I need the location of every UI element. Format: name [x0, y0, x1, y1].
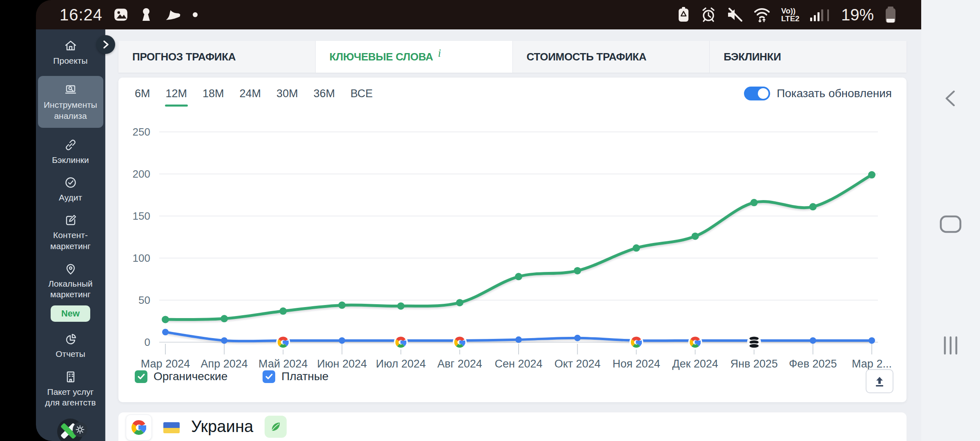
- network-type-label: Vo)) LTE2: [781, 7, 800, 22]
- organic-point[interactable]: [397, 302, 405, 310]
- link-icon: [63, 138, 78, 152]
- range-24m[interactable]: 24M: [240, 87, 261, 105]
- sidebar-item-local-marketing[interactable]: Локальный маркетингNew: [40, 261, 102, 322]
- sidebar-item-agency-services[interactable]: Пакет услуг для агентств: [40, 370, 102, 408]
- checkbox-checked-icon[interactable]: [263, 370, 275, 383]
- range-6m[interactable]: 6M: [135, 87, 150, 105]
- sidebar-item-label: Проекты: [53, 56, 87, 66]
- info-icon[interactable]: i: [438, 47, 441, 60]
- paid-point[interactable]: [221, 337, 227, 344]
- x-axis-label: Май 2024: [258, 358, 307, 370]
- settings-gear-icon[interactable]: [73, 422, 87, 437]
- sidebar-item-analysis-tools[interactable]: Инструменты анализа: [38, 76, 103, 128]
- tab-traffic-forecast[interactable]: ПРОГНОЗ ТРАФИКА: [118, 41, 316, 73]
- chart-legend: ОрганическиеПлатные: [135, 370, 329, 383]
- organic-point[interactable]: [456, 299, 463, 306]
- y-axis-label: 100: [133, 252, 150, 264]
- recents-icon[interactable]: [941, 336, 960, 357]
- x-axis-label: Мар 2...: [852, 358, 892, 370]
- sidebar-item-audit[interactable]: Аудит: [40, 175, 102, 203]
- google-icon[interactable]: [279, 339, 289, 346]
- chevron-right-icon: [102, 40, 110, 49]
- paid-point[interactable]: [339, 337, 345, 344]
- status-bar: 16:24 Vo)) LTE2: [36, 0, 921, 29]
- leaf-icon: [269, 420, 283, 434]
- time-range-selector: 6M12M18M24M30M36MВСЕ: [135, 87, 373, 105]
- wifi-transfer-icon: [753, 6, 771, 23]
- keywords-trend-chart[interactable]: 050100150200250Мар 2024Апр 2024Май 2024И…: [118, 78, 906, 402]
- sidebar: ПроектыИнструменты анализаБэклинкиАудитК…: [36, 29, 105, 441]
- checkbox-checked-icon[interactable]: [135, 370, 147, 383]
- y-axis-label: 150: [133, 210, 150, 222]
- organic-point[interactable]: [279, 307, 287, 315]
- sidebar-item-label: Пакет услуг для агентств: [40, 387, 102, 408]
- organic-point[interactable]: [162, 316, 169, 323]
- range-all[interactable]: ВСЕ: [350, 87, 373, 105]
- y-axis-label: 50: [138, 294, 150, 306]
- sidebar-collapse-button[interactable]: [96, 35, 115, 54]
- back-icon[interactable]: [941, 88, 960, 110]
- show-updates-toggle[interactable]: Показать обновления: [744, 87, 892, 100]
- clock: 16:24: [60, 6, 102, 24]
- google-icon[interactable]: [456, 339, 465, 346]
- x-axis-label: Фев 2025: [789, 358, 837, 370]
- home-icon[interactable]: [939, 215, 962, 235]
- new-badge: New: [51, 305, 90, 322]
- x-axis-label: Окт 2024: [555, 358, 601, 370]
- shoe-icon: [164, 7, 182, 22]
- organic-point[interactable]: [633, 244, 640, 252]
- range-30m[interactable]: 30M: [276, 87, 298, 105]
- range-12m[interactable]: 12M: [166, 87, 187, 105]
- notification-dot: [192, 12, 198, 18]
- tab-backlinks[interactable]: БЭКЛИНКИ: [710, 41, 906, 73]
- x-axis-label: Мар 2024: [141, 358, 190, 370]
- paid-point[interactable]: [515, 336, 522, 343]
- y-axis-label: 0: [145, 336, 150, 348]
- export-button[interactable]: [866, 369, 893, 393]
- sidebar-item-projects[interactable]: Проекты: [40, 38, 102, 66]
- paid-point[interactable]: [810, 337, 816, 344]
- report-tabs: ПРОГНОЗ ТРАФИКАКЛЮЧЕВЫЕ СЛОВАiСТОИМОСТЬ …: [118, 41, 906, 73]
- tab-traffic-cost[interactable]: СТОИМОСТЬ ТРАФИКА: [513, 41, 710, 73]
- google-g-icon: [129, 418, 148, 437]
- y-axis-label: 200: [133, 168, 150, 180]
- signal-bars-icon: [809, 7, 831, 22]
- organic-point[interactable]: [220, 315, 228, 322]
- organic-point[interactable]: [692, 232, 699, 240]
- range-18m[interactable]: 18M: [203, 87, 224, 105]
- sidebar-item-label: Бэклинки: [52, 155, 89, 165]
- organic-point[interactable]: [751, 199, 758, 206]
- toggle-switch[interactable]: [744, 87, 770, 100]
- database-icon[interactable]: [749, 336, 759, 348]
- eco-leaf-badge[interactable]: [265, 416, 287, 438]
- battery-percent: 19%: [841, 6, 874, 24]
- x-axis-label: Янв 2025: [731, 358, 778, 370]
- organic-point[interactable]: [574, 267, 581, 274]
- sidebar-item-reports[interactable]: Отчеты: [40, 332, 102, 359]
- organic-point[interactable]: [339, 301, 346, 309]
- country-selector[interactable]: Украина: [191, 417, 253, 436]
- sidebar-item-backlinks[interactable]: Бэклинки: [40, 138, 102, 165]
- battery-saver-icon: [677, 7, 690, 23]
- organic-point[interactable]: [515, 273, 522, 280]
- tab-label: СТОИМОСТЬ ТРАФИКА: [527, 51, 647, 63]
- google-g-icon[interactable]: [126, 414, 152, 441]
- toggle-label: Показать обновления: [777, 87, 892, 100]
- paid-point[interactable]: [869, 337, 875, 344]
- organic-point[interactable]: [868, 171, 875, 178]
- paid-point[interactable]: [162, 329, 169, 335]
- tab-keywords[interactable]: КЛЮЧЕВЫЕ СЛОВАi: [316, 41, 513, 73]
- sidebar-item-label: Аудит: [59, 192, 82, 203]
- legend-item-paid[interactable]: Платные: [263, 370, 328, 383]
- organic-point[interactable]: [809, 203, 817, 210]
- sidebar-item-content-marketing[interactable]: Контент-маркетинг: [40, 213, 102, 252]
- google-icon[interactable]: [633, 339, 642, 346]
- google-icon[interactable]: [691, 339, 701, 346]
- sidebar-item-label: Контент-маркетинг: [40, 230, 102, 252]
- ukraine-flag-icon[interactable]: [163, 422, 180, 433]
- paid-point[interactable]: [574, 335, 581, 341]
- legend-item-organic[interactable]: Органические: [135, 370, 227, 383]
- app-logo[interactable]: [56, 418, 86, 435]
- google-icon[interactable]: [397, 339, 406, 346]
- range-36m[interactable]: 36M: [314, 87, 335, 105]
